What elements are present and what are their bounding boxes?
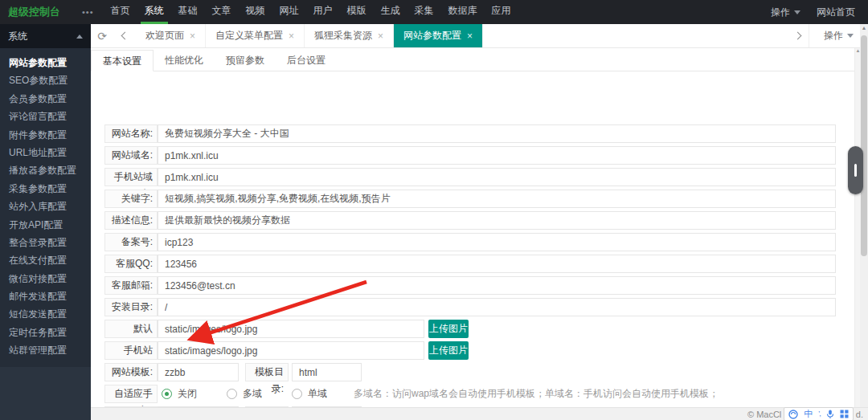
radio-icon[interactable] bbox=[292, 389, 302, 399]
settings-tab[interactable]: 性能优化 bbox=[154, 50, 215, 71]
top-menu-item[interactable]: 网址 bbox=[276, 0, 303, 24]
ime-language-mode-icon[interactable]: 中 bbox=[804, 408, 813, 420]
settings-tab[interactable]: 基本设置 bbox=[91, 50, 154, 71]
sidebar-item[interactable]: URL地址配置 bbox=[0, 144, 91, 161]
sidebar-item[interactable]: 附件参数配置 bbox=[0, 126, 91, 144]
ime-logo-icon[interactable] bbox=[788, 410, 798, 419]
field-label: 手机站域名: bbox=[104, 168, 158, 186]
icp-input[interactable] bbox=[158, 233, 836, 251]
install-dir-input[interactable] bbox=[158, 298, 836, 316]
service-email-input[interactable] bbox=[158, 276, 836, 295]
field-row-description: 描述信息: bbox=[91, 210, 854, 231]
mobile-domain-input[interactable] bbox=[158, 168, 836, 186]
field-row-adaptive-mobile: 自适应手机: 关闭 多域 单域 多域名：访问wap域名会自动使用手机模板；单域名… bbox=[91, 383, 854, 405]
side-drag-handle[interactable] bbox=[848, 146, 863, 194]
field-label: 网站模板: bbox=[104, 363, 158, 381]
sidebar-item[interactable]: 评论留言配置 bbox=[0, 108, 91, 125]
top-menu-item[interactable]: 视频 bbox=[242, 0, 269, 24]
tabbar-operate-dropdown[interactable]: 操作 bbox=[809, 24, 868, 47]
field-label: 自适应手机: bbox=[104, 385, 158, 403]
topbar-operate-dropdown[interactable]: 操作 bbox=[771, 6, 800, 19]
mobile-logo-input[interactable] bbox=[158, 341, 424, 360]
field-label: 网站域名: bbox=[104, 146, 158, 165]
top-menu-item[interactable]: 用户 bbox=[309, 0, 337, 24]
sidebar-item[interactable]: 采集参数配置 bbox=[0, 180, 91, 198]
site-template-input[interactable] bbox=[158, 363, 239, 381]
session-tab[interactable]: 自定义菜单配置 × bbox=[206, 24, 305, 47]
close-icon[interactable]: × bbox=[190, 31, 195, 42]
page-scrollbar[interactable]: ▲ bbox=[860, 24, 868, 420]
default-logo-input[interactable] bbox=[158, 320, 424, 338]
sidebar-item[interactable]: 整合登录配置 bbox=[0, 234, 91, 251]
field-label: 默认LOGO: bbox=[104, 320, 158, 338]
close-icon[interactable]: × bbox=[289, 31, 294, 42]
top-menu-item[interactable]: 数据库 bbox=[444, 0, 481, 24]
top-menu-item[interactable]: 基础 bbox=[174, 0, 202, 24]
content-scrollbar[interactable]: ▲ bbox=[854, 48, 860, 407]
service-qq-input[interactable] bbox=[158, 255, 836, 273]
close-icon[interactable]: × bbox=[467, 31, 473, 42]
radio-option[interactable]: 单域 bbox=[292, 387, 327, 401]
session-tab-label: 自定义菜单配置 bbox=[215, 29, 283, 43]
sidebar-item[interactable]: 邮件发送配置 bbox=[0, 287, 91, 305]
site-name-input[interactable] bbox=[158, 124, 836, 143]
top-menu-item[interactable]: 应用 bbox=[488, 0, 515, 24]
field-row-service-qq: 客服QQ: bbox=[91, 253, 854, 275]
copyright-text-right: d. bbox=[856, 410, 863, 419]
sidebar-item[interactable]: 站外入库配置 bbox=[0, 198, 91, 215]
field-row-keywords: 关键字: bbox=[91, 188, 854, 210]
sidebar-menu: 网站参数配置SEO参数配置会员参数配置评论留言配置附件参数配置URL地址配置播放… bbox=[0, 48, 91, 367]
radio-option[interactable]: 多域 bbox=[227, 387, 262, 401]
scrollbar-thumb[interactable] bbox=[861, 35, 867, 256]
session-tab[interactable]: 网站参数配置 × bbox=[394, 24, 483, 47]
copyright-text-left: © MacCl bbox=[747, 410, 781, 419]
ime-toolbox-grid-icon[interactable] bbox=[840, 410, 849, 418]
description-input[interactable] bbox=[158, 211, 836, 230]
top-menu-item[interactable]: 系统 bbox=[141, 0, 168, 24]
sidebar-item[interactable]: 微信对接配置 bbox=[0, 270, 91, 287]
upload-mobile-logo-button[interactable]: 上传图片 bbox=[428, 341, 469, 360]
sidebar-item[interactable]: 在线支付配置 bbox=[0, 251, 91, 269]
close-icon[interactable]: × bbox=[378, 31, 383, 42]
scroll-up-icon[interactable]: ▲ bbox=[860, 25, 868, 31]
sidebar-item[interactable]: SEO参数配置 bbox=[0, 71, 91, 89]
microphone-icon[interactable] bbox=[826, 410, 834, 419]
settings-tabs: 基本设置性能优化预留参数后台设置 bbox=[91, 50, 854, 71]
menu-ellipsis-icon[interactable]: ••• bbox=[77, 0, 104, 24]
site-domain-input[interactable] bbox=[158, 146, 836, 165]
top-menu-item[interactable]: 生成 bbox=[377, 0, 404, 24]
top-menu-item[interactable]: 采集 bbox=[411, 0, 438, 24]
scroll-tabs-left-button[interactable] bbox=[113, 24, 136, 47]
adaptive-radio-group: 关闭 多域 单域 bbox=[162, 383, 327, 405]
top-menu-item[interactable]: 首页 bbox=[107, 0, 134, 24]
radio-icon[interactable] bbox=[162, 389, 172, 399]
sidebar-item[interactable]: 定时任务配置 bbox=[0, 324, 91, 341]
sidebar-group-system[interactable]: 系统 bbox=[0, 24, 91, 48]
field-row-default-logo: 默认LOGO: 上传图片 bbox=[91, 318, 854, 340]
sidebar-group-title: 系统 bbox=[8, 30, 27, 43]
sidebar-item[interactable]: 网站参数配置 bbox=[0, 54, 91, 71]
sidebar-item[interactable]: 短信发送配置 bbox=[0, 305, 91, 323]
field-row-mobile-logo: 手机站LOGO: 上传图片 bbox=[91, 340, 854, 361]
scroll-tabs-right-button[interactable] bbox=[786, 24, 809, 47]
tabbar-right: 操作 bbox=[786, 24, 868, 47]
top-menu-item[interactable]: 文章 bbox=[208, 0, 235, 24]
settings-tab[interactable]: 后台设置 bbox=[276, 50, 337, 71]
field-label: 客服邮箱: bbox=[104, 276, 158, 295]
sidebar-item[interactable]: 会员参数配置 bbox=[0, 90, 91, 108]
radio-icon[interactable] bbox=[227, 389, 237, 399]
template-dir-input[interactable] bbox=[292, 363, 362, 381]
ime-punctuation-icon[interactable]: ’, bbox=[818, 408, 821, 420]
sidebar-item[interactable]: 开放API配置 bbox=[0, 216, 91, 234]
settings-tab[interactable]: 预留参数 bbox=[215, 50, 276, 71]
refresh-icon[interactable]: ⟳ bbox=[91, 24, 113, 47]
top-menu-item[interactable]: 模版 bbox=[343, 0, 371, 24]
site-home-link[interactable]: 网站首页 bbox=[817, 6, 855, 19]
sidebar-item[interactable]: 站群管理配置 bbox=[0, 341, 91, 359]
session-tab[interactable]: 欢迎页面 × bbox=[136, 24, 206, 47]
upload-logo-button[interactable]: 上传图片 bbox=[428, 320, 469, 338]
sidebar-item[interactable]: 播放器参数配置 bbox=[0, 161, 91, 179]
radio-option[interactable]: 关闭 bbox=[162, 387, 197, 401]
session-tab[interactable]: 狐狸采集资源 × bbox=[305, 24, 394, 47]
keywords-input[interactable] bbox=[158, 190, 836, 208]
